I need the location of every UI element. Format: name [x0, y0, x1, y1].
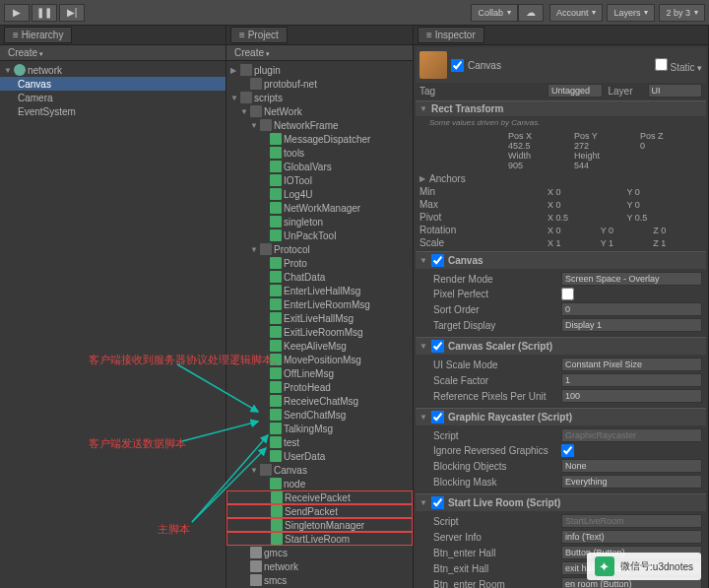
- project-item[interactable]: ExitLiveRoomMsg: [226, 325, 413, 339]
- project-item[interactable]: test: [226, 435, 413, 449]
- wechat-icon: ✦: [595, 556, 614, 576]
- static-dropdown[interactable]: Static ▾: [655, 58, 702, 73]
- hierarchy-item[interactable]: EventSystem: [0, 104, 226, 118]
- project-item[interactable]: protobuf-net: [226, 77, 413, 91]
- active-checkbox[interactable]: [451, 59, 464, 72]
- project-panel: Project Create pluginprotobuf-netscripts…: [226, 26, 414, 588]
- collab-dropdown[interactable]: Collab: [471, 4, 518, 22]
- project-item[interactable]: KeepAliveMsg: [226, 339, 413, 353]
- project-item[interactable]: scripts: [226, 91, 413, 104]
- gameobject-name[interactable]: Canvas: [468, 60, 655, 71]
- inspector-panel: Inspector Canvas Static ▾ Tag Untagged L…: [414, 26, 709, 588]
- hierarchy-item[interactable]: network: [0, 63, 226, 77]
- project-item[interactable]: EnterLiveRoomMsg: [226, 297, 413, 311]
- hierarchy-panel: Hierarchy Create network Canvas Camera E…: [0, 26, 226, 588]
- project-item[interactable]: smcs: [226, 573, 413, 587]
- inspector-tab[interactable]: Inspector: [414, 26, 708, 45]
- project-item[interactable]: Canvas: [226, 463, 413, 477]
- project-item[interactable]: NetWork: [226, 104, 413, 118]
- project-item[interactable]: NetworkFrame: [226, 118, 413, 132]
- hierarchy-item[interactable]: Camera: [0, 91, 226, 104]
- project-item[interactable]: Protocol: [226, 242, 413, 256]
- main-toolbar: ▶ ❚❚ ▶| Collab ☁ Account Layers 2 by 3: [0, 0, 709, 26]
- hierarchy-item[interactable]: Canvas: [0, 77, 226, 91]
- project-item[interactable]: network: [226, 559, 413, 573]
- project-item[interactable]: SendChatMsg: [226, 408, 413, 422]
- project-create[interactable]: Create: [230, 47, 274, 58]
- project-item[interactable]: ReceivePacket: [226, 490, 413, 504]
- inspector-body: Canvas Static ▾ Tag Untagged Layer UI Re…: [414, 45, 708, 588]
- project-item[interactable]: Log4U: [226, 187, 413, 201]
- project-item[interactable]: UserData: [226, 449, 413, 463]
- rect-transform-component: Rect Transform Some values driven by Can…: [416, 100, 706, 249]
- project-item[interactable]: MessageDispatcher: [226, 132, 413, 146]
- tag-dropdown[interactable]: Untagged: [548, 84, 603, 98]
- account-dropdown[interactable]: Account: [549, 4, 604, 22]
- layers-dropdown[interactable]: Layers: [607, 4, 655, 22]
- watermark: ✦ 微信号: u3dnotes: [587, 553, 701, 580]
- hierarchy-tree: network Canvas Camera EventSystem: [0, 61, 226, 588]
- project-item[interactable]: ExitLiveHallMsg: [226, 311, 413, 325]
- graphic-raycaster-component: Graphic Raycaster (Script) ScriptGraphic…: [416, 408, 706, 491]
- cloud-button[interactable]: ☁: [518, 4, 544, 22]
- project-item[interactable]: node: [226, 477, 413, 490]
- project-item[interactable]: singleton: [226, 215, 413, 229]
- canvas-scaler-component: Canvas Scaler (Script) UI Scale ModeCons…: [416, 337, 706, 406]
- project-item[interactable]: NetWorkManager: [226, 201, 413, 215]
- project-item[interactable]: UnPackTool: [226, 229, 413, 242]
- project-item[interactable]: GlobalVars: [226, 160, 413, 173]
- project-item[interactable]: EnterLiveHallMsg: [226, 284, 413, 297]
- hierarchy-tab[interactable]: Hierarchy: [0, 26, 226, 45]
- project-item[interactable]: IOTool: [226, 173, 413, 187]
- project-item[interactable]: SendPacket: [226, 504, 413, 518]
- project-item[interactable]: gmcs: [226, 546, 413, 559]
- project-item[interactable]: ChatData: [226, 270, 413, 284]
- hierarchy-create[interactable]: Create: [4, 47, 47, 58]
- project-item[interactable]: OffLineMsg: [226, 366, 413, 380]
- gameobject-icon: [419, 51, 447, 79]
- project-item[interactable]: StartLiveRoom: [226, 532, 413, 546]
- project-item[interactable]: Proto: [226, 256, 413, 270]
- step-button[interactable]: ▶|: [59, 4, 85, 22]
- project-item[interactable]: SingletonManager: [226, 518, 413, 532]
- project-item[interactable]: plugin: [226, 63, 413, 77]
- project-tab[interactable]: Project: [226, 26, 413, 45]
- project-item[interactable]: TalkingMsg: [226, 422, 413, 435]
- pause-button[interactable]: ❚❚: [32, 4, 57, 22]
- layout-dropdown[interactable]: 2 by 3: [659, 4, 705, 22]
- project-item[interactable]: tools: [226, 146, 413, 160]
- project-item[interactable]: ReceiveChatMsg: [226, 394, 413, 408]
- project-item[interactable]: MovePositionMsg: [226, 353, 413, 366]
- project-tree: pluginprotobuf-netscriptsNetWorkNetworkF…: [226, 61, 413, 588]
- play-button[interactable]: ▶: [4, 4, 30, 22]
- canvas-component: Canvas Render ModeScreen Space - Overlay…: [416, 251, 706, 335]
- layer-dropdown[interactable]: UI: [648, 84, 703, 98]
- project-item[interactable]: ProtoHead: [226, 380, 413, 394]
